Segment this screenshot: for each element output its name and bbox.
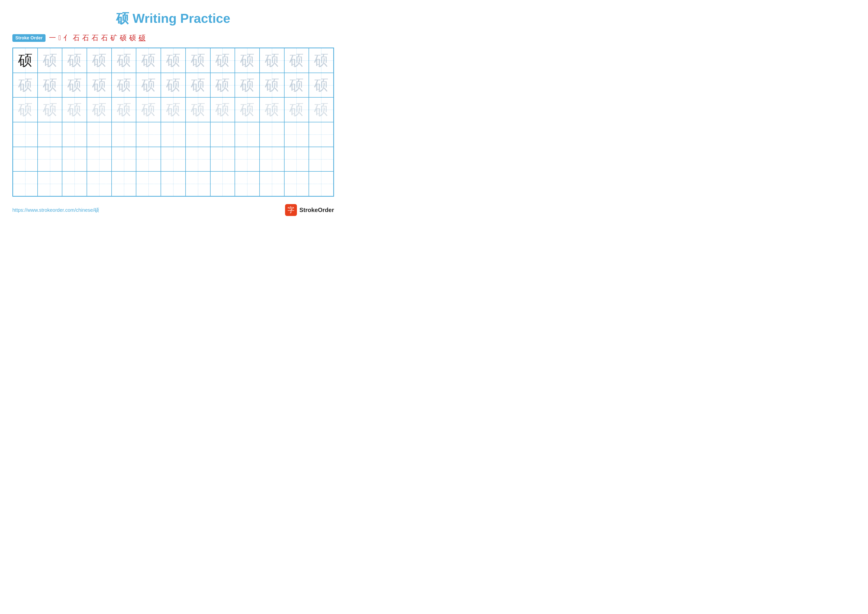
grid-cell[interactable]	[112, 122, 136, 147]
grid-cell[interactable]	[284, 147, 309, 172]
grid-cell[interactable]	[13, 147, 37, 172]
grid-cell[interactable]	[136, 171, 161, 196]
grid-cell[interactable]: 硕	[309, 73, 333, 98]
grid-cell[interactable]	[161, 171, 186, 196]
grid-cell[interactable]: 硕	[62, 97, 87, 122]
grid-cell[interactable]: 硕	[235, 97, 260, 122]
grid-cell[interactable]: 硕	[62, 48, 87, 73]
grid-cell[interactable]: 硕	[87, 97, 112, 122]
practice-char: 硕	[314, 51, 329, 70]
grid-cell[interactable]: 硕	[112, 48, 136, 73]
grid-cell[interactable]: 硕	[210, 48, 235, 73]
grid-cell[interactable]	[210, 122, 235, 147]
grid-cell[interactable]	[210, 171, 235, 196]
grid-cell[interactable]: 硕	[13, 48, 37, 73]
grid-cell[interactable]: 硕	[186, 97, 210, 122]
grid-cell[interactable]	[309, 171, 333, 196]
grid-cell[interactable]	[186, 147, 210, 172]
grid-cell[interactable]	[260, 171, 284, 196]
grid-cell[interactable]	[260, 122, 284, 147]
grid-cell[interactable]	[136, 122, 161, 147]
grid-cell[interactable]	[284, 122, 309, 147]
grid-cell[interactable]	[87, 122, 112, 147]
practice-char: 硕	[141, 76, 156, 95]
grid-cell[interactable]	[13, 122, 37, 147]
grid-cell[interactable]: 硕	[260, 97, 284, 122]
grid-cell[interactable]: 硕	[136, 48, 161, 73]
grid-row-4	[13, 122, 333, 147]
grid-cell[interactable]: 硕	[161, 73, 186, 98]
grid-cell[interactable]: 硕	[235, 48, 260, 73]
grid-cell[interactable]	[37, 171, 62, 196]
practice-grid[interactable]: 硕 硕 硕 硕 硕 硕 硕 硕 硕 硕 硕 硕 硕 硕 硕 硕 硕 硕 硕 硕 …	[12, 48, 334, 197]
grid-cell[interactable]: 硕	[37, 73, 62, 98]
grid-cell[interactable]: 硕	[87, 73, 112, 98]
grid-cell[interactable]: 硕	[161, 97, 186, 122]
grid-cell[interactable]	[136, 147, 161, 172]
grid-cell[interactable]	[87, 171, 112, 196]
grid-cell[interactable]: 硕	[260, 48, 284, 73]
page-title: 硕 Writing Practice	[12, 10, 334, 27]
grid-cell[interactable]: 硕	[87, 48, 112, 73]
practice-char: 硕	[18, 51, 33, 70]
grid-cell[interactable]: 硕	[37, 48, 62, 73]
grid-cell[interactable]	[260, 147, 284, 172]
grid-cell[interactable]: 硕	[284, 73, 309, 98]
practice-char: 硕	[92, 100, 106, 120]
practice-char: 硕	[67, 51, 82, 70]
grid-cell[interactable]	[235, 171, 260, 196]
stroke-order-badge: Stroke Order	[12, 34, 45, 42]
practice-char: 硕	[240, 76, 254, 95]
grid-cell[interactable]	[235, 122, 260, 147]
grid-cell[interactable]: 硕	[13, 97, 37, 122]
practice-char: 硕	[265, 100, 279, 120]
grid-cell[interactable]	[62, 122, 87, 147]
grid-cell[interactable]	[13, 171, 37, 196]
grid-cell[interactable]: 硕	[13, 73, 37, 98]
stroke-6: 石	[91, 33, 98, 43]
grid-cell[interactable]: 硕	[186, 48, 210, 73]
grid-cell[interactable]	[309, 122, 333, 147]
grid-cell[interactable]	[284, 171, 309, 196]
grid-cell[interactable]: 硕	[309, 97, 333, 122]
grid-cell[interactable]	[62, 147, 87, 172]
grid-cell[interactable]: 硕	[210, 73, 235, 98]
practice-char: 硕	[215, 51, 229, 70]
strokeorder-icon: 字	[285, 204, 297, 216]
grid-cell[interactable]	[309, 147, 333, 172]
grid-cell[interactable]	[161, 122, 186, 147]
grid-cell[interactable]: 硕	[112, 73, 136, 98]
grid-cell[interactable]: 硕	[37, 97, 62, 122]
grid-cell[interactable]	[235, 147, 260, 172]
practice-char: 硕	[18, 76, 33, 95]
grid-cell[interactable]	[37, 122, 62, 147]
grid-cell[interactable]: 硕	[186, 73, 210, 98]
grid-cell[interactable]: 硕	[136, 97, 161, 122]
grid-cell[interactable]	[112, 147, 136, 172]
grid-cell[interactable]: 硕	[136, 73, 161, 98]
stroke-order-row: Stroke Order 一 𠃌 亻 石 石 石 石 矿 硕 硕 硕	[12, 33, 334, 43]
grid-cell[interactable]	[112, 171, 136, 196]
grid-cell[interactable]	[210, 147, 235, 172]
grid-cell[interactable]: 硕	[210, 97, 235, 122]
grid-cell[interactable]: 硕	[309, 48, 333, 73]
grid-cell[interactable]: 硕	[284, 97, 309, 122]
grid-cell[interactable]	[186, 171, 210, 196]
footer-logo-text: StrokeOrder	[299, 207, 334, 213]
grid-cell[interactable]: 硕	[161, 48, 186, 73]
footer-url[interactable]: https://www.strokeorder.com/chinese/硕	[12, 207, 99, 213]
grid-cell[interactable]: 硕	[260, 73, 284, 98]
practice-char: 硕	[314, 76, 329, 95]
grid-cell[interactable]: 硕	[112, 97, 136, 122]
practice-char: 硕	[43, 100, 57, 120]
practice-char: 硕	[166, 100, 180, 120]
grid-cell[interactable]	[186, 122, 210, 147]
grid-cell[interactable]: 硕	[235, 73, 260, 98]
grid-cell[interactable]: 硕	[62, 73, 87, 98]
grid-cell[interactable]	[62, 171, 87, 196]
grid-cell[interactable]: 硕	[284, 48, 309, 73]
practice-char: 硕	[92, 51, 106, 70]
grid-cell[interactable]	[87, 147, 112, 172]
grid-cell[interactable]	[161, 147, 186, 172]
grid-cell[interactable]	[37, 147, 62, 172]
